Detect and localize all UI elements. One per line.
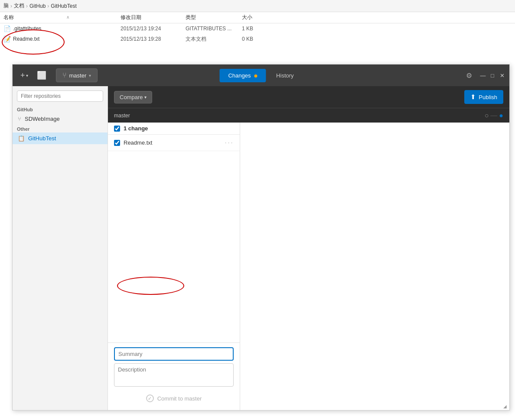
commit-to-master-button[interactable]: ✓ Commit to master [114, 391, 234, 406]
file-icon: 📝 [3, 35, 10, 43]
file-date: 2015/12/13 19:28 [121, 36, 186, 42]
repo-name: SDWebImage [25, 116, 60, 122]
sidebar: GitHub ⑂ SDWebImage Other 📋 GitHubTest [13, 86, 108, 410]
maximize-button[interactable]: □ [489, 72, 495, 78]
branch-button[interactable]: ⑂ master ▾ [56, 68, 98, 82]
commit-btn-label: Commit to master [157, 395, 202, 402]
file-type: GITATTRIBUTES ... [186, 26, 242, 32]
file-size: 0 KB [242, 36, 277, 42]
sidebar-item-sdwebimage[interactable]: ⑂ SDWebImage [13, 113, 108, 125]
changes-content: 1 change Readme.txt ··· [108, 123, 509, 410]
sidebar-section-github: GitHub [13, 105, 108, 113]
chevron-down-icon: ▾ [144, 95, 147, 100]
table-row[interactable]: 📄 .gitattributes 2015/12/13 19:24 GITATT… [0, 23, 515, 34]
changes-count-label: 1 change [124, 125, 148, 132]
plus-icon: + [20, 71, 25, 80]
changes-left-panel: 1 change Readme.txt ··· [108, 123, 240, 410]
breadcrumb: 脑 › 文档 › GitHub › GitHubTest [3, 2, 77, 10]
sidebar-item-githubtest[interactable]: 📋 GitHubTest [13, 132, 108, 144]
col-size-header[interactable]: 大小 [242, 14, 277, 21]
publish-label: Publish [479, 94, 497, 100]
file-name: Readme.txt [13, 36, 39, 42]
sync-separator: — [490, 112, 497, 120]
repo-name: GitHubTest [28, 135, 56, 142]
sort-arrow-icon: ∧ [66, 15, 69, 19]
sync-right-icon: ● [499, 112, 503, 120]
file-type: 文本文档 [186, 36, 242, 43]
compare-label: Compare [120, 94, 143, 100]
commit-description-input[interactable] [114, 363, 234, 387]
file-icon: 📄 [3, 25, 10, 32]
upload-icon: ⬆ [470, 93, 476, 101]
sync-status: ○ — ● [485, 112, 503, 120]
close-button[interactable]: ✕ [499, 72, 505, 78]
col-type-header[interactable]: 类型 [186, 14, 242, 21]
diff-view-panel [240, 123, 509, 410]
breadcrumb-item-1[interactable]: 脑 [3, 2, 9, 10]
file-size: 1 KB [242, 26, 277, 32]
main-panel: Compare ▾ ⬆ Publish master ○ — ● [108, 86, 509, 410]
main-topbar: Compare ▾ ⬆ Publish [108, 86, 509, 108]
compare-button[interactable]: Compare ▾ [114, 91, 152, 103]
file-checkbox[interactable] [114, 140, 120, 146]
branch-label: master [69, 72, 87, 79]
commit-area: ✓ Commit to master [108, 342, 240, 410]
breadcrumb-item-4[interactable]: GitHubTest [51, 3, 76, 9]
address-bar: 脑 › 文档 › GitHub › GitHubTest [0, 0, 515, 12]
publish-button[interactable]: ⬆ Publish [464, 90, 503, 104]
breadcrumb-item-2[interactable]: 文档 [14, 2, 24, 10]
sidebar-toggle-button[interactable]: ⬜ [34, 69, 49, 82]
add-repository-button[interactable]: + ▾ [17, 69, 32, 82]
tab-changes[interactable]: Changes [219, 69, 266, 82]
select-all-checkbox[interactable] [114, 126, 120, 132]
repo-icon: 📋 [18, 135, 25, 142]
sidebar-section-other: Other [13, 125, 108, 132]
chevron-down-icon: ▾ [89, 73, 91, 78]
file-date: 2015/12/13 19:24 [121, 26, 186, 32]
layout-icon: ⬜ [37, 71, 46, 80]
sync-left-icon: ○ [485, 112, 489, 120]
table-row[interactable]: 📝 Readme.txt 2015/12/13 19:28 文本文档 0 KB [0, 34, 515, 44]
breadcrumb-item-3[interactable]: GitHub [29, 3, 46, 9]
change-file-item[interactable]: Readme.txt ··· [108, 135, 240, 151]
file-options-icon: ··· [225, 138, 234, 147]
changes-list-spacer [108, 151, 240, 342]
changes-dot [254, 74, 257, 78]
branch-status-bar: master ○ — ● [108, 108, 509, 123]
minimize-button[interactable]: — [480, 72, 486, 78]
github-desktop-window: + ▾ ⬜ ⑂ master ▾ Changes [12, 64, 510, 410]
settings-gear-icon[interactable]: ⚙ [463, 70, 476, 81]
commit-summary-input[interactable] [114, 347, 234, 361]
branch-icon: ⑂ [18, 116, 21, 122]
col-name-header[interactable]: 名称 ∧ [3, 14, 121, 21]
select-all-row: 1 change [108, 123, 240, 135]
file-name: .gitattributes [13, 26, 41, 32]
file-table-header: 名称 ∧ 修改日期 类型 大小 [0, 12, 515, 23]
chevron-down-icon: ▾ [26, 73, 28, 78]
resize-handle[interactable]: ◢ [503, 404, 508, 409]
col-date-header[interactable]: 修改日期 [121, 14, 186, 21]
branch-icon: ⑂ [62, 71, 67, 79]
commit-check-icon: ✓ [146, 394, 154, 402]
current-branch-label: master [114, 113, 130, 119]
tab-history[interactable]: History [267, 69, 302, 82]
filter-repositories-input[interactable] [17, 90, 103, 102]
changed-file-name: Readme.txt [124, 139, 152, 146]
